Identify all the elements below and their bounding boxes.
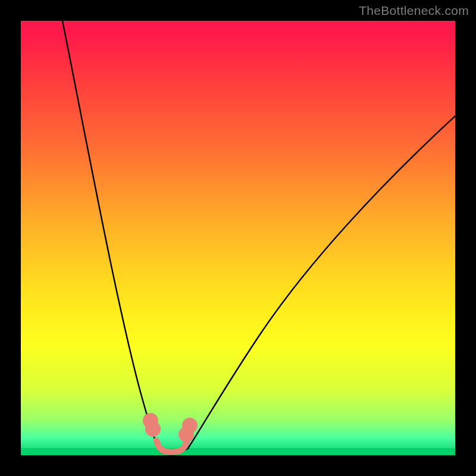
data-point-cluster	[146, 416, 195, 452]
curve-left-branch	[62, 21, 159, 449]
bottleneck-curve	[21, 21, 455, 455]
plot-area	[21, 21, 455, 455]
curve-right-branch	[187, 116, 455, 449]
watermark-text: TheBottleneck.com	[359, 4, 469, 18]
chart-frame: TheBottleneck.com	[0, 0, 476, 476]
svg-point-3	[185, 421, 195, 430]
svg-point-1	[148, 424, 158, 434]
